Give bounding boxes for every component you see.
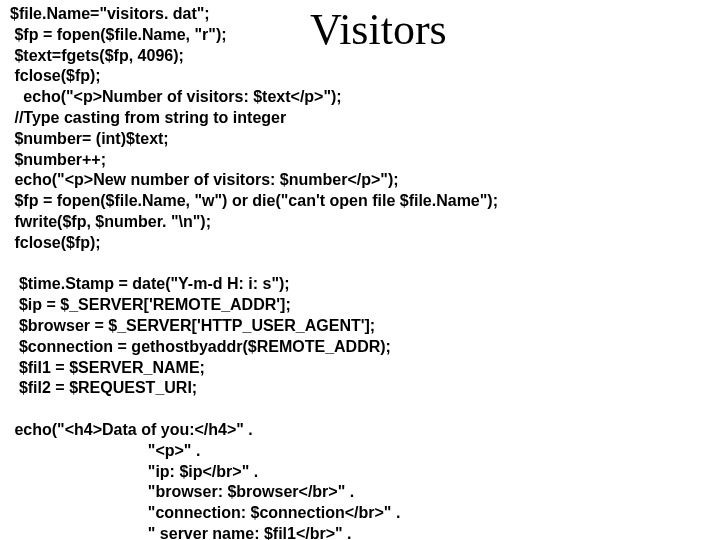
code-block: $file.Name="visitors. dat"; $fp = fopen(… bbox=[10, 4, 710, 540]
